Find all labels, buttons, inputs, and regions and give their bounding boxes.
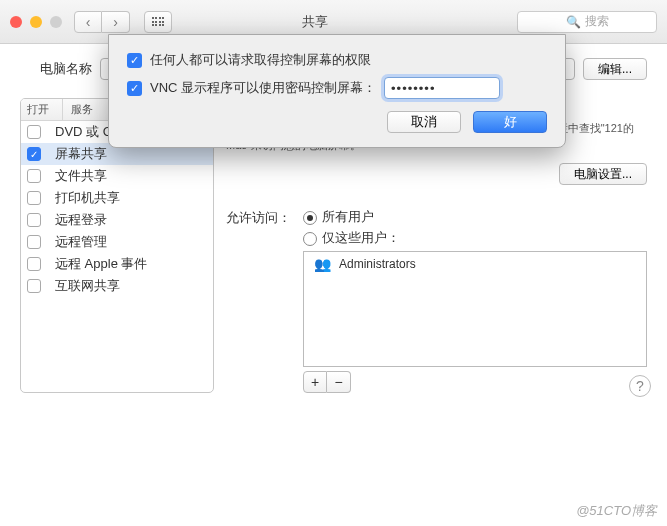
service-row[interactable]: 远程管理 — [21, 231, 213, 253]
back-button[interactable]: ‹ — [74, 11, 102, 33]
zoom-icon — [50, 16, 62, 28]
ok-button[interactable]: 好 — [473, 111, 547, 133]
access-radio-group: 所有用户仅这些用户： 👥 Administrators + − — [303, 209, 647, 393]
users-icon: 👥 — [314, 256, 331, 272]
search-input[interactable]: 🔍 搜索 — [517, 11, 657, 33]
service-checkbox[interactable] — [27, 279, 41, 293]
service-checkbox[interactable] — [27, 235, 41, 249]
service-checkbox[interactable] — [27, 169, 41, 183]
header-toggle: 打开 — [21, 99, 63, 120]
search-icon: 🔍 — [566, 15, 581, 29]
cancel-button[interactable]: 取消 — [387, 111, 461, 133]
users-list[interactable]: 👥 Administrators — [303, 251, 647, 367]
close-icon[interactable] — [10, 16, 22, 28]
vnc-password-input[interactable] — [384, 77, 500, 99]
radio-label: 所有用户 — [322, 209, 374, 226]
computer-name-label: 电脑名称 — [20, 60, 92, 78]
radio-icon — [303, 232, 317, 246]
window-title: 共享 — [120, 13, 509, 31]
allow-request-checkbox[interactable]: ✓ — [127, 53, 142, 68]
list-item[interactable]: 👥 Administrators — [304, 252, 646, 276]
service-label: 屏幕共享 — [55, 145, 107, 163]
add-remove-buttons: + − — [303, 371, 647, 393]
service-checkbox[interactable] — [27, 257, 41, 271]
service-label: 远程 Apple 事件 — [55, 255, 147, 273]
minimize-icon[interactable] — [30, 16, 42, 28]
service-checkbox[interactable] — [27, 191, 41, 205]
help-button[interactable]: ? — [629, 375, 651, 397]
allow-request-label: 任何人都可以请求取得控制屏幕的权限 — [150, 51, 371, 69]
add-button[interactable]: + — [303, 371, 327, 393]
service-label: 文件共享 — [55, 167, 107, 185]
service-row[interactable]: 打印机共享 — [21, 187, 213, 209]
radio-option[interactable]: 仅这些用户： — [303, 230, 647, 247]
window-controls — [10, 16, 62, 28]
vnc-password-label: VNC 显示程序可以使用密码控制屏幕： — [150, 79, 376, 97]
remove-button[interactable]: − — [327, 371, 351, 393]
watermark: @51CTO博客 — [576, 502, 657, 520]
service-row[interactable]: 远程登录 — [21, 209, 213, 231]
radio-option[interactable]: 所有用户 — [303, 209, 647, 226]
radio-label: 仅这些用户： — [322, 230, 400, 247]
access-label: 允许访问： — [226, 209, 291, 393]
service-row[interactable]: 互联网共享 — [21, 275, 213, 297]
radio-icon — [303, 211, 317, 225]
service-label: 远程管理 — [55, 233, 107, 251]
vnc-settings-dialog: ✓ 任何人都可以请求取得控制屏幕的权限 ✓ VNC 显示程序可以使用密码控制屏幕… — [108, 34, 566, 148]
service-checkbox[interactable] — [27, 125, 41, 139]
computer-settings-button[interactable]: 电脑设置... — [559, 163, 647, 185]
service-label: 远程登录 — [55, 211, 107, 229]
service-label: 互联网共享 — [55, 277, 120, 295]
service-row[interactable]: 文件共享 — [21, 165, 213, 187]
access-row: 允许访问： 所有用户仅这些用户： 👥 Administrators + − — [226, 209, 647, 393]
service-checkbox[interactable]: ✓ — [27, 147, 41, 161]
service-checkbox[interactable] — [27, 213, 41, 227]
user-name: Administrators — [339, 257, 416, 271]
vnc-password-checkbox[interactable]: ✓ — [127, 81, 142, 96]
service-row[interactable]: 远程 Apple 事件 — [21, 253, 213, 275]
edit-button[interactable]: 编辑... — [583, 58, 647, 80]
service-label: 打印机共享 — [55, 189, 120, 207]
